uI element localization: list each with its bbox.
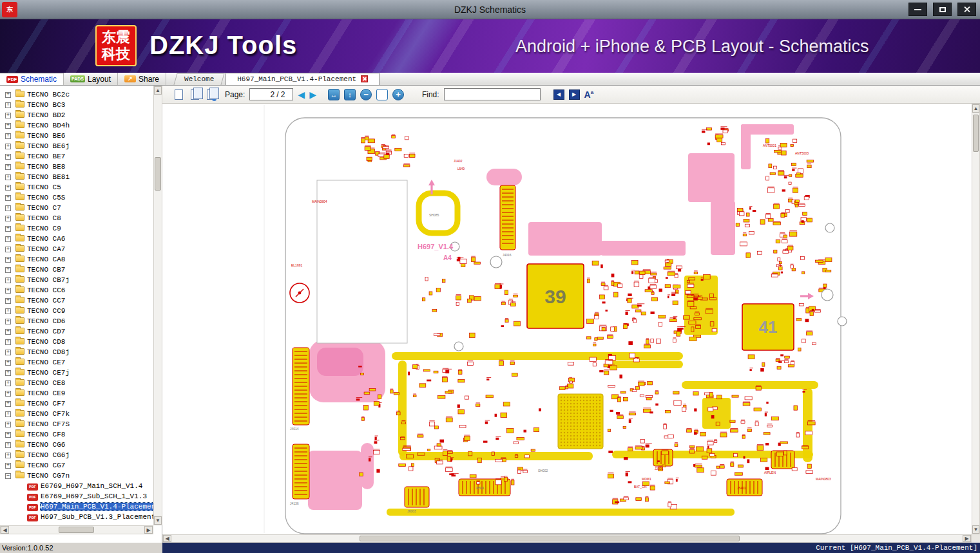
previous-page-icon[interactable]: ◀ [298,89,305,100]
scroll-up-icon[interactable]: ▲ [154,86,162,95]
doc-tab-welcome[interactable]: Welcome [173,73,226,85]
tree-folder[interactable]: +TECNO CC6 [0,285,153,295]
expand-icon[interactable]: + [5,102,11,108]
content-vertical-scrollbar[interactable]: ▲ ▼ [972,104,980,534]
scrollbar-thumb[interactable] [360,536,740,541]
expand-icon[interactable]: + [5,329,11,335]
tree-folder[interactable]: +TECNO CG6j [0,450,153,460]
find-previous-icon[interactable]: ◀ [553,89,564,100]
maximize-button[interactable] [933,3,952,16]
expand-icon[interactable]: + [5,380,11,386]
tree-folder[interactable]: +TECNO C5 [0,182,153,192]
expand-icon[interactable]: + [5,401,11,407]
tree-folder[interactable]: +TECNO CF7k [0,409,153,419]
expand-icon[interactable]: + [5,195,11,201]
next-page-icon[interactable]: ▶ [309,89,316,100]
tree-folder[interactable]: +TECNO C7 [0,203,153,213]
tree-folder[interactable]: +TECNO C9 [0,223,153,234]
close-button[interactable] [957,3,976,16]
minimize-button[interactable] [908,3,927,16]
tree-folder[interactable]: +TECNO CE9 [0,388,153,398]
content-horizontal-scrollbar[interactable]: ◀ ▶ [162,534,972,543]
tree-folder[interactable]: +TECNO CA8 [0,254,153,265]
tree-folder[interactable]: +TECNO BE8 [0,162,153,172]
expand-icon[interactable]: + [5,174,11,180]
expand-icon[interactable]: + [5,442,11,448]
zoom-out-icon[interactable]: − [360,89,372,100]
tree-folder[interactable]: +TECNO CF7 [0,398,153,409]
scrollbar-thumb[interactable] [155,157,161,191]
tree-folder[interactable]: +TECNO CD6 [0,316,153,326]
tree-file[interactable]: PDFH697_Main_PCB_V1.4-Placement [0,501,153,512]
expand-icon[interactable]: + [5,350,11,355]
expand-icon[interactable]: + [5,339,11,345]
expand-icon[interactable]: + [5,288,11,294]
sidebar-horizontal-scrollbar[interactable]: ◀ ▶ [0,525,153,534]
copy-pages-icon[interactable] [189,89,200,100]
scroll-up-icon[interactable]: ▲ [972,104,979,113]
tree-file[interactable]: PDFH697_Sub_PCB_V1.3_Placement [0,512,153,522]
expand-icon[interactable]: + [5,226,11,232]
expand-icon[interactable]: + [5,267,11,273]
tree-folder[interactable]: +TECNO CE7j [0,368,153,378]
expand-icon[interactable]: + [5,411,11,417]
tree-folder[interactable]: +TECNO CE7 [0,357,153,368]
expand-icon[interactable]: + [5,432,11,438]
expand-icon[interactable]: + [5,370,11,376]
expand-icon[interactable]: + [5,360,11,366]
scroll-right-icon[interactable]: ▶ [963,535,971,542]
sidebar-vertical-scrollbar[interactable]: ▲ ▼ [153,86,162,525]
scrollbar-thumb[interactable] [59,527,94,533]
tree-folder[interactable]: +TECNO CD8j [0,347,153,357]
scrollbar-thumb[interactable] [973,115,979,152]
expand-icon[interactable]: + [5,391,11,397]
tree-folder[interactable]: +TECNO CC9 [0,306,153,316]
tree-folder[interactable]: +TECNO CF8 [0,429,153,440]
tab-layout[interactable]: PADS Layout [64,73,118,85]
find-input[interactable] [444,88,541,100]
tree-folder[interactable]: +TECNO BD4h [0,120,153,131]
tree-folder[interactable]: +TECNO BE7 [0,151,153,162]
tree-folder[interactable]: +TECNO BE6j [0,141,153,151]
scroll-down-icon[interactable]: ▼ [154,516,162,525]
expand-icon[interactable]: + [5,463,11,469]
expand-icon[interactable]: + [5,422,11,427]
tree-folder[interactable]: −TECNO CG7n [0,471,153,481]
single-page-icon[interactable] [173,89,184,100]
scroll-left-icon[interactable]: ◀ [163,535,171,542]
tree-folder[interactable]: +TECNO CD7 [0,326,153,337]
tree-folder[interactable]: +TECNO CB7 [0,265,153,275]
tree-folder[interactable]: +TECNO BE6 [0,131,153,141]
tree-file[interactable]: PDFE6769_H697_Sub_SCH_1_V1.3 [0,491,153,501]
expand-icon[interactable]: + [5,453,11,458]
expand-icon[interactable]: + [5,185,11,191]
expand-icon[interactable]: − [5,473,11,479]
tree-folder[interactable]: +TECNO BC3 [0,100,153,110]
expand-icon[interactable]: + [5,277,11,283]
scroll-down-icon[interactable]: ▼ [972,525,979,534]
tree-folder[interactable]: +TECNO C8 [0,213,153,223]
close-tab-icon[interactable] [361,75,368,82]
tree-folder[interactable]: +TECNO CE8 [0,378,153,388]
tree-folder[interactable]: +TECNO BE8i [0,172,153,182]
tab-share[interactable]: ↗ Share [118,73,166,85]
tree-file[interactable]: PDFE6769_H697_Main_SCH_V1.4 [0,481,153,491]
expand-icon[interactable]: + [5,236,11,242]
tree-folder[interactable]: +TECNO CC7 [0,295,153,306]
tree-folder[interactable]: +TECNO CF7S [0,419,153,429]
expand-icon[interactable]: + [5,257,11,263]
expand-icon[interactable]: + [5,133,11,139]
expand-icon[interactable]: + [5,164,11,170]
zoom-in-icon[interactable]: + [392,89,404,100]
document-viewport[interactable]: 3941H697_V1.4A4SH085MAIN0804EL1691J4016J… [162,104,972,534]
tree-folder[interactable]: +TECNO CD8 [0,337,153,347]
expand-icon[interactable]: + [5,205,11,211]
expand-icon[interactable]: + [5,123,11,129]
expand-icon[interactable]: + [5,247,11,252]
tree-folder[interactable]: +TECNO CG7 [0,460,153,471]
find-next-icon[interactable]: ▶ [569,89,580,100]
page-number-input[interactable] [258,90,274,99]
tab-schematic[interactable]: PDF Schematic [0,73,64,85]
expand-icon[interactable]: + [5,92,11,98]
tree-folder[interactable]: +TECNO CA7 [0,244,153,254]
